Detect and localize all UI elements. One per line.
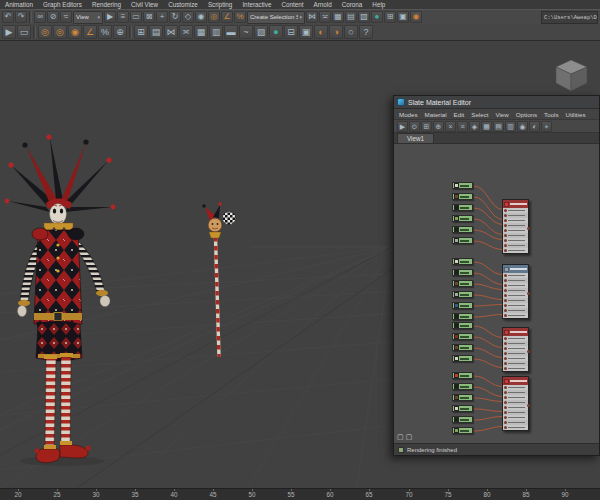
map-node[interactable] bbox=[452, 291, 473, 298]
render-iterative-icon[interactable]: ◑ bbox=[329, 25, 343, 39]
select-and-rotate-icon[interactable]: ↻ bbox=[169, 11, 181, 23]
jester-staff[interactable] bbox=[202, 202, 235, 357]
menu-graph-editors[interactable]: Graph Editors bbox=[43, 0, 82, 9]
align-2-icon[interactable]: ≍ bbox=[179, 25, 193, 39]
zoom-region-icon[interactable]: ▢ bbox=[406, 433, 413, 441]
angle-snap-2-icon[interactable]: ∠ bbox=[83, 25, 97, 39]
curve-editor-icon[interactable]: ▤ bbox=[345, 11, 357, 23]
schematic-view-icon[interactable]: ▧ bbox=[358, 11, 370, 23]
map-node[interactable] bbox=[452, 344, 473, 351]
map-node[interactable] bbox=[452, 302, 473, 309]
mirror-icon[interactable]: ⋈ bbox=[306, 11, 318, 23]
snap-25d-icon[interactable]: ◎ bbox=[53, 25, 67, 39]
render-frame-icon[interactable]: ▣ bbox=[397, 11, 409, 23]
menu-civil-view[interactable]: Civil View bbox=[131, 0, 158, 9]
curve-editor-2-icon[interactable]: ~ bbox=[239, 25, 253, 39]
me-show-end-result-icon[interactable]: ◐ bbox=[529, 121, 540, 132]
menu-select[interactable]: Select bbox=[471, 111, 488, 118]
map-node[interactable] bbox=[452, 182, 473, 189]
menu-animation[interactable]: Animation bbox=[5, 0, 33, 9]
me-zoom-extents-icon[interactable]: ⌖ bbox=[541, 121, 552, 132]
named-selection-sets-dropdown[interactable]: Create Selection Se▾ bbox=[247, 11, 305, 24]
track-view-icon[interactable]: ▤ bbox=[149, 25, 163, 39]
menu-utilities[interactable]: Utilities bbox=[566, 111, 586, 118]
me-select-icon[interactable]: ▶ bbox=[397, 121, 408, 132]
snap-2d-icon[interactable]: ◎ bbox=[38, 25, 52, 39]
menu-edit[interactable]: Edit bbox=[454, 111, 465, 118]
keyboard-override-icon[interactable]: ▭ bbox=[17, 25, 31, 39]
me-pick-material-icon[interactable]: ⊙ bbox=[409, 121, 420, 132]
me-delete-icon[interactable]: × bbox=[445, 121, 456, 132]
jester-character[interactable] bbox=[5, 134, 116, 462]
percent-snap-icon[interactable]: % bbox=[234, 11, 246, 23]
me-hide-slots-icon[interactable]: ◈ bbox=[469, 121, 480, 132]
render-production-icon[interactable]: ◉ bbox=[410, 11, 422, 23]
timeline-ruler[interactable]: 202530354045505560657075808590 bbox=[0, 488, 600, 500]
undo-icon[interactable]: ↶ bbox=[2, 11, 14, 23]
menu-content[interactable]: Content bbox=[281, 0, 303, 9]
arnold-icon[interactable]: ○ bbox=[344, 25, 358, 39]
render-setup-icon[interactable]: ⊞ bbox=[384, 11, 396, 23]
schematic-view-2-icon[interactable]: ▧ bbox=[254, 25, 268, 39]
map-node[interactable] bbox=[452, 215, 473, 222]
node-canvas[interactable]: ▢ ▢ bbox=[394, 144, 599, 443]
align-icon[interactable]: ≍ bbox=[319, 11, 331, 23]
select-and-manipulate-icon[interactable]: ▶ bbox=[2, 25, 16, 39]
project-path-field[interactable]: C:\Users\Aweap\Doc bbox=[541, 11, 598, 24]
select-and-move-icon[interactable]: + bbox=[156, 11, 168, 23]
help-icon[interactable]: ? bbox=[359, 25, 373, 39]
map-node[interactable] bbox=[452, 405, 473, 412]
map-node[interactable] bbox=[452, 427, 473, 434]
map-node[interactable] bbox=[452, 258, 473, 265]
select-and-place-icon[interactable]: ◉ bbox=[195, 11, 207, 23]
redo-icon[interactable]: ↷ bbox=[15, 11, 27, 23]
menu-tools[interactable]: Tools bbox=[544, 111, 558, 118]
map-node[interactable] bbox=[452, 313, 473, 320]
tab-view1[interactable]: View1 bbox=[397, 133, 434, 143]
menu-customize[interactable]: Customize bbox=[168, 0, 198, 9]
material-editor-icon[interactable]: ● bbox=[371, 11, 383, 23]
me-move-children-icon[interactable]: ≡ bbox=[457, 121, 468, 132]
select-by-name-icon[interactable]: ≡ bbox=[117, 11, 129, 23]
map-node[interactable] bbox=[452, 383, 473, 390]
menu-material[interactable]: Material bbox=[425, 111, 447, 118]
rectangular-selection-icon[interactable]: ▭ bbox=[130, 11, 142, 23]
scene-explorer-icon[interactable]: ▦ bbox=[194, 25, 208, 39]
window-crossing-toggle-icon[interactable]: ⊠ bbox=[143, 11, 155, 23]
me-background-icon[interactable]: ▦ bbox=[481, 121, 492, 132]
mirror-2-icon[interactable]: ⋈ bbox=[164, 25, 178, 39]
me-layout-all-icon[interactable]: ▤ bbox=[493, 121, 504, 132]
map-node[interactable] bbox=[452, 193, 473, 200]
menu-corona[interactable]: Corona bbox=[342, 0, 363, 9]
map-node[interactable] bbox=[452, 226, 473, 233]
bind-to-space-warp-icon[interactable]: ≈ bbox=[60, 11, 72, 23]
percent-snap-2-icon[interactable]: % bbox=[98, 25, 112, 39]
map-node[interactable] bbox=[452, 333, 473, 340]
unlink-selection-icon[interactable]: ⊘ bbox=[47, 11, 59, 23]
me-material-id-icon[interactable]: ◉ bbox=[517, 121, 528, 132]
map-node[interactable] bbox=[452, 269, 473, 276]
rendered-frame-icon[interactable]: ▣ bbox=[299, 25, 313, 39]
material-editor-2-icon[interactable]: ● bbox=[269, 25, 283, 39]
render-2-icon[interactable]: ◐ bbox=[314, 25, 328, 39]
menu-scripting[interactable]: Scripting bbox=[208, 0, 233, 9]
map-node[interactable] bbox=[452, 372, 473, 379]
ribbon-toggle-icon[interactable]: ▬ bbox=[224, 25, 238, 39]
map-node[interactable] bbox=[452, 355, 473, 362]
material-node[interactable] bbox=[502, 327, 529, 372]
reference-coordinate-dropdown[interactable]: View▾ bbox=[73, 11, 103, 24]
edit-selection-sets-icon[interactable]: ⊞ bbox=[134, 25, 148, 39]
map-node[interactable] bbox=[452, 237, 473, 244]
window-titlebar[interactable]: Slate Material Editor bbox=[394, 96, 599, 109]
angle-snap-icon[interactable]: ∠ bbox=[221, 11, 233, 23]
map-node[interactable] bbox=[452, 280, 473, 287]
menu-rendering[interactable]: Rendering bbox=[92, 0, 121, 9]
material-node[interactable] bbox=[502, 264, 529, 319]
layer-explorer-icon[interactable]: ▦ bbox=[332, 11, 344, 23]
layer-manager-icon[interactable]: ▥ bbox=[209, 25, 223, 39]
render-setup-2-icon[interactable]: ⊟ bbox=[284, 25, 298, 39]
viewcube[interactable] bbox=[556, 60, 587, 91]
pan-view-icon[interactable]: ▢ bbox=[397, 433, 404, 441]
me-assign-material-icon[interactable]: ⊕ bbox=[433, 121, 444, 132]
menu-arnold[interactable]: Arnold bbox=[314, 0, 332, 9]
